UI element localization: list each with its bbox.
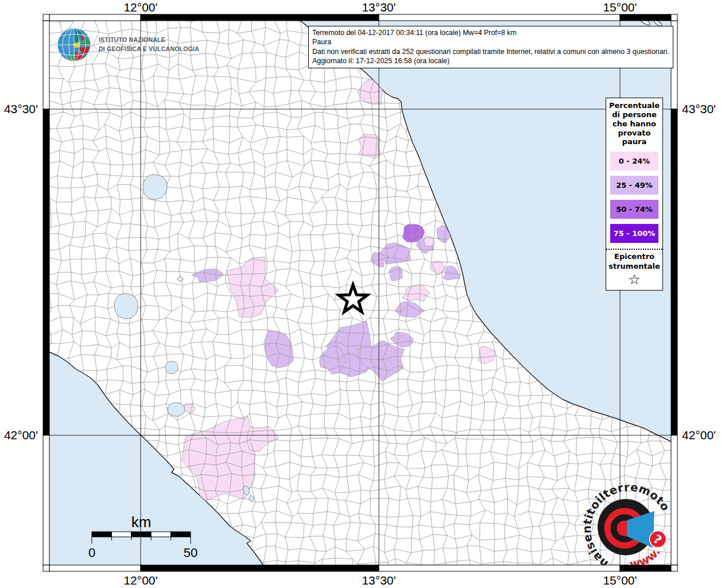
lon-label-bottom-15: 15°00'	[603, 574, 637, 587]
lon-label-bottom-12: 12°00'	[123, 574, 157, 587]
municipality-25-49	[389, 266, 402, 281]
scale-bar-unit: km	[131, 513, 152, 531]
legend-separator	[606, 249, 662, 250]
map-canvas: km 0 50	[0, 0, 721, 588]
event-info-box: Terremoto del 04-12-2017 00:34:11 (ora l…	[308, 26, 673, 68]
event-updated: Aggiornato il: 17-12-2025 16:58 (ora loc…	[312, 56, 669, 65]
legend-class-25-49: 25 - 49%	[610, 176, 658, 195]
lon-label-top-12: 12°00'	[123, 1, 157, 14]
event-effect: Paura	[312, 37, 669, 47]
lon-label-bottom-1330: 13°30'	[362, 574, 396, 587]
legend-class-0-24: 0 - 24%	[610, 152, 658, 171]
legend: Percentuale di persone che hanno provato…	[606, 98, 663, 291]
map-page: km 0 50	[0, 0, 721, 588]
event-title: Terremoto del 04-12-2017 00:34:11 (ora l…	[312, 28, 669, 37]
ingv-org-name: ISTITUTO NAZIONALE DI GEOFISICA E VULCAN…	[99, 36, 199, 53]
lon-label-top-15: 15°00'	[603, 1, 637, 14]
lon-label-top-1330: 13°30'	[362, 1, 396, 14]
scale-bar-end: 50	[184, 546, 197, 560]
event-data-note: Dati non verificati estratti da 252 ques…	[312, 47, 669, 56]
logo-url-tld: .it	[0, 0, 3, 3]
legend-epicenter-title: Epicentro strumentale	[608, 252, 660, 271]
scale-bar-start: 0	[88, 546, 95, 560]
lat-label-left-42: 42°00'	[0, 428, 38, 442]
legend-class-50-74: 50 - 74%	[610, 200, 658, 219]
lat-label-right-42: 42°00'	[682, 428, 716, 442]
epicenter-star-icon: ☆	[608, 273, 660, 287]
legend-class-75-100: 75 - 100%	[610, 224, 658, 243]
lat-label-right-4330: 43°30'	[682, 102, 716, 116]
ingv-logo: ISTITUTO NAZIONALE DI GEOFISICA E VULCAN…	[56, 27, 208, 63]
lat-label-left-4330: 43°30'	[0, 102, 38, 116]
ingv-globe-icon	[56, 27, 92, 63]
legend-title: Percentuale di persone che hanno provato…	[608, 101, 660, 146]
